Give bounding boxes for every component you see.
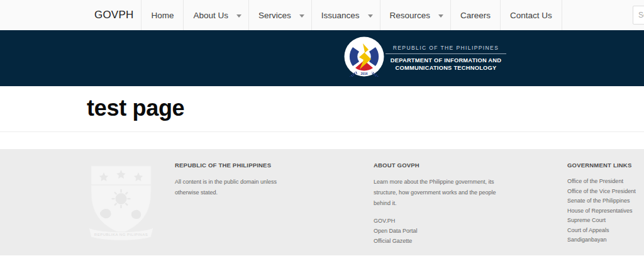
footer-link-govph[interactable]: GOV.PH [374,216,504,226]
nav-item-contact-us[interactable]: Contact Us [500,0,562,30]
page-footer: REPUBLIKA NG PILIPINAS REPUBLIC OF THE P… [0,149,644,255]
footer-link-house-of-representatives[interactable]: House of Representatives [567,206,644,216]
nav-item-label: Services [256,11,294,20]
page-root: GOVPH Home About Us Services Issuances R… [0,0,644,256]
page-title-section: test page [0,86,644,132]
footer-link-supreme-court[interactable]: Supreme Court [567,216,644,226]
footer-column-republic: REPUBLIC OF THE PHILIPPINES All content … [175,162,294,198]
banner-republic-line: REPUBLIC OF THE PHILIPPINES [386,45,506,51]
footer-column-about-govph: ABOUT GOVPH Learn more about the Philipp… [374,162,504,246]
footer-heading-government-links: GOVERNMENT LINKS [567,162,644,169]
chevron-down-icon [438,14,443,18]
chevron-down-icon [236,14,242,18]
nav-item-resources[interactable]: Resources [380,0,451,30]
banner-department-line2: COMMUNICATIONS TECHNOLOGY [386,65,506,72]
top-navigation: GOVPH Home About Us Services Issuances R… [0,0,644,30]
watermark-ribbon-label: REPUBLIKA NG PILIPINAS [94,233,148,237]
chevron-down-icon [368,14,373,18]
banner-department-line1: DEPARTMENT OF INFORMATION AND [386,57,506,65]
footer-link-senate[interactable]: Senate of the Philippines [567,196,644,206]
footer-link-sandiganbayan[interactable]: Sandiganbayan [567,235,644,245]
footer-link-court-of-appeals[interactable]: Court of Appeals [567,226,644,236]
footer-link-office-of-the-president[interactable]: Office of the President [567,177,644,187]
footer-republic-text: All content is in the public domain unle… [175,177,294,198]
nav-item-label: Issuances [319,11,362,20]
nav-item-label: About Us [191,11,231,20]
department-banner: 2016 REPUBLIC OF THE PHILIPPINES DEPARTM… [0,30,644,86]
govph-brand-link[interactable]: GOVPH [94,0,141,30]
footer-link-office-of-the-vice-president[interactable]: Office of the Vice President [567,187,644,197]
philippine-coat-of-arms-icon: REPUBLIKA NG PILIPINAS [86,160,156,245]
nav-item-label: Careers [458,11,493,20]
footer-link-official-gazette[interactable]: Official Gazette [374,236,504,246]
seal-year-label: 2016 [360,72,367,75]
footer-heading-about-govph: ABOUT GOVPH [374,162,504,169]
footer-heading-republic: REPUBLIC OF THE PHILIPPINES [175,162,294,169]
footer-link-open-data-portal[interactable]: Open Data Portal [374,226,504,236]
dict-seal-icon: 2016 [344,36,384,77]
content-spacer [0,132,644,149]
nav-item-services[interactable]: Services [248,0,311,30]
nav-item-issuances[interactable]: Issuances [311,0,380,30]
banner-text-block: REPUBLIC OF THE PHILIPPINES DEPARTMENT O… [386,45,506,72]
footer-about-links: GOV.PH Open Data Portal Official Gazette [374,216,504,246]
search-input[interactable] [633,6,644,25]
nav-item-home[interactable]: Home [141,0,183,30]
main-menu: Home About Us Services Issuances Resourc… [141,0,562,30]
nav-item-careers[interactable]: Careers [450,0,500,30]
chevron-down-icon [299,14,304,18]
footer-column-government-links: GOVERNMENT LINKS Office of the President… [567,162,644,245]
nav-item-label: Resources [387,11,433,20]
nav-item-about-us[interactable]: About Us [183,0,248,30]
page-title: test page [0,86,644,122]
footer-about-text: Learn more about the Philippine governme… [374,177,504,209]
nav-item-label: Contact Us [508,11,555,20]
banner-divider [386,53,506,54]
nav-item-label: Home [148,11,176,20]
